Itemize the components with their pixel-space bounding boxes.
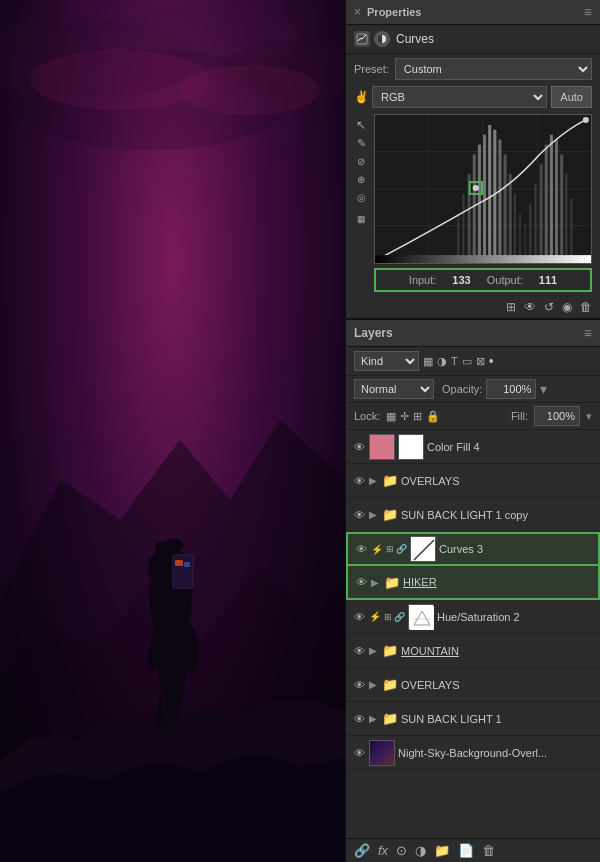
collapse-arrow[interactable]: ▶ — [369, 679, 379, 690]
visibility-toggle[interactable]: 👁 — [352, 679, 366, 691]
panel-close-icon[interactable]: × — [354, 5, 361, 19]
visibility-toggle[interactable]: 👁 — [352, 611, 366, 623]
svg-rect-32 — [534, 184, 536, 263]
fill-label: Fill: — [511, 410, 528, 422]
eyedropper-mid[interactable]: ⊕ — [354, 172, 368, 186]
layer-kind-text-icon[interactable]: T — [451, 355, 458, 367]
layer-item[interactable]: 👁 ▶ 📁 OVERLAYS — [346, 668, 600, 702]
layer-name: SUN BACK LIGHT 1 — [401, 713, 594, 725]
trash-icon[interactable]: 🗑 — [580, 300, 592, 314]
svg-point-42 — [583, 117, 589, 123]
lock-lock-icon[interactable]: 🔒 — [426, 410, 440, 423]
clip-below-icon[interactable]: ⊞ — [506, 300, 516, 314]
blend-mode-select[interactable]: Normal — [354, 379, 434, 399]
layer-item[interactable]: 👁 ▶ 📁 HIKER — [346, 566, 600, 600]
layer-kind-adjust-icon[interactable]: ◑ — [437, 355, 447, 368]
kind-select[interactable]: Kind — [354, 351, 419, 371]
layer-name: Night-Sky-Background-Overl... — [398, 747, 594, 759]
half-circle-icon — [374, 31, 390, 47]
preset-label: Preset: — [354, 63, 389, 75]
new-layer-icon[interactable]: 📄 — [458, 843, 474, 858]
output-value: 111 — [539, 274, 557, 286]
layer-thumbnail — [410, 536, 436, 562]
auto-button[interactable]: Auto — [551, 86, 592, 108]
eyedropper-light[interactable]: ◎ — [354, 190, 368, 204]
svg-rect-31 — [529, 204, 531, 263]
lock-checkerboard-icon[interactable]: ▦ — [386, 410, 396, 423]
visibility-toggle[interactable]: 👁 — [354, 576, 368, 588]
histogram-svg — [375, 115, 591, 263]
properties-title: Properties — [367, 6, 421, 18]
fill-input[interactable]: 100% — [534, 406, 580, 426]
layer-kind-smart-icon[interactable]: ⊠ — [476, 355, 485, 368]
folder-icon: 📁 — [384, 575, 400, 590]
collapse-arrow[interactable]: ▶ — [369, 509, 379, 520]
fx-icon[interactable]: fx — [378, 843, 388, 858]
collapse-arrow[interactable]: ▶ — [369, 645, 379, 656]
layer-item[interactable]: 👁 ▶ 📁 OVERLAYS — [346, 464, 600, 498]
layer-item[interactable]: 👁 Color Fill 4 — [346, 430, 600, 464]
folder-icon: 📁 — [382, 711, 398, 726]
layers-header: Layers ≡ — [346, 319, 600, 347]
input-value: 133 — [452, 274, 470, 286]
svg-rect-44 — [375, 255, 591, 263]
lock-artboard-icon[interactable]: ⊞ — [413, 410, 422, 423]
ground-rocks — [0, 662, 345, 862]
visibility-toggle[interactable]: 👁 — [352, 475, 366, 487]
preset-select[interactable]: Custom — [395, 58, 592, 80]
curves-hand-icon[interactable]: ✌ — [354, 90, 368, 104]
svg-rect-45 — [410, 606, 434, 630]
visibility-toggle[interactable]: 👁 — [352, 441, 366, 453]
lock-move-icon[interactable]: ✛ — [400, 410, 409, 423]
visibility-toggle[interactable]: 👁 — [354, 543, 368, 555]
pencil-tool[interactable]: ✎ — [354, 136, 368, 150]
layer-item[interactable]: 👁 ▶ 📁 SUN BACK LIGHT 1 — [346, 702, 600, 736]
channel-select[interactable]: RGB — [372, 86, 547, 108]
sample-tool[interactable]: ▦ — [354, 212, 368, 226]
layers-menu-icon[interactable]: ≡ — [584, 325, 592, 341]
new-fill-icon[interactable]: ◑ — [415, 843, 426, 858]
layer-kind-dot-icon[interactable]: • — [489, 353, 494, 369]
svg-rect-36 — [555, 140, 558, 263]
layer-kind-pixel-icon[interactable]: ▦ — [423, 355, 433, 368]
visibility-toggle[interactable]: 👁 — [352, 509, 366, 521]
layer-mask-thumbnail — [398, 434, 424, 460]
curves-graph[interactable] — [374, 114, 592, 264]
curves-label: Curves — [396, 32, 434, 46]
normal-opacity-row: Normal Opacity: 100% ▾ — [346, 376, 600, 403]
fill-arrow-icon[interactable]: ▾ — [586, 410, 592, 423]
layer-item[interactable]: 👁 Night-Sky-Background-Overl... — [346, 736, 600, 770]
visibility-toggle[interactable]: 👁 — [352, 747, 366, 759]
link-layers-icon[interactable]: 🔗 — [354, 843, 370, 858]
layer-name: Hue/Saturation 2 — [437, 611, 594, 623]
visibility-icon[interactable]: 👁 — [524, 300, 536, 314]
layer-item[interactable]: 👁 ▶ 📁 MOUNTAIN — [346, 634, 600, 668]
delete-layer-icon[interactable]: 🗑 — [482, 843, 495, 858]
smart-icons: ⊞ 🔗 — [384, 612, 405, 622]
properties-header: × Properties ≡ — [346, 0, 600, 25]
layer-item[interactable]: 👁 ⚡ ⊞ 🔗 Curves 3 — [346, 532, 600, 566]
opacity-input[interactable]: 100% — [486, 379, 536, 399]
eyedropper-dark[interactable]: ⊘ — [354, 154, 368, 168]
pointer-tool[interactable]: ↖ — [354, 118, 368, 132]
layer-kind-shape-icon[interactable]: ▭ — [462, 355, 472, 368]
properties-menu-icon[interactable]: ≡ — [584, 4, 592, 20]
collapse-arrow[interactable]: ▶ — [371, 577, 381, 588]
layer-item[interactable]: 👁 ▶ 📁 SUN BACK LIGHT 1 copy — [346, 498, 600, 532]
svg-rect-37 — [560, 154, 563, 263]
eye-icon2[interactable]: ◉ — [562, 300, 572, 314]
layer-name: Curves 3 — [439, 543, 592, 555]
collapse-arrow[interactable]: ▶ — [369, 713, 379, 724]
visibility-toggle[interactable]: 👁 — [352, 645, 366, 657]
new-group-icon[interactable]: 📁 — [434, 843, 450, 858]
layers-list: 👁 Color Fill 4 👁 ▶ 📁 OVERLAYS 👁 ▶ 📁 SUN … — [346, 430, 600, 838]
link-icon: ⚡ — [369, 611, 381, 622]
add-mask-icon[interactable]: ⊙ — [396, 843, 407, 858]
svg-rect-23 — [488, 125, 491, 263]
opacity-arrow-icon[interactable]: ▾ — [540, 381, 547, 397]
layer-name: OVERLAYS — [401, 475, 594, 487]
collapse-arrow[interactable]: ▶ — [369, 475, 379, 486]
layer-item[interactable]: 👁 ⚡ ⊞ 🔗 Hue/Saturation 2 — [346, 600, 600, 634]
refresh-icon[interactable]: ↺ — [544, 300, 554, 314]
visibility-toggle[interactable]: 👁 — [352, 713, 366, 725]
